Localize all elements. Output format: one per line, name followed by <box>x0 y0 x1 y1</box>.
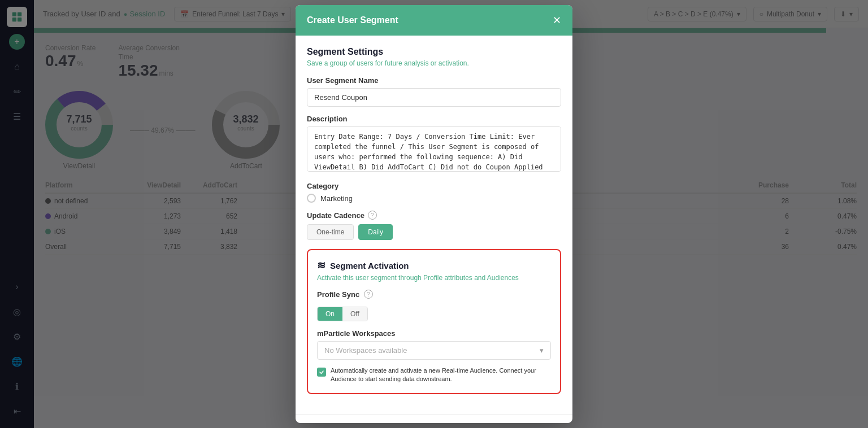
modal-body: Segment Settings Save a group of users f… <box>296 36 572 414</box>
activation-icon: ≋ <box>317 259 326 272</box>
workspace-select[interactable]: No Workspaces available ▾ <box>317 341 551 360</box>
cadence-buttons: One-time Daily <box>307 224 561 240</box>
description-field: Description Entry Date Range: 7 Days / C… <box>307 115 561 182</box>
workspace-chevron-icon: ▾ <box>540 346 544 355</box>
profile-sync-help-icon[interactable]: ? <box>364 290 373 299</box>
user-segment-name-label: User Segment Name <box>307 76 561 85</box>
auto-create-text: Automatically create and activate a new … <box>331 366 551 384</box>
toggle-on-button[interactable]: On <box>318 307 342 321</box>
modal-overlay: Create User Segment ✕ Segment Settings S… <box>0 0 868 428</box>
category-field: Category Marketing <box>307 182 561 203</box>
auto-create-row: Automatically create and activate a new … <box>317 366 551 384</box>
update-cadence-field: Update Cadence ? One-time Daily <box>307 211 561 240</box>
marketing-radio[interactable] <box>307 194 316 203</box>
segment-settings-subtitle: Save a group of users for future analysi… <box>307 59 561 67</box>
modal-close-button[interactable]: ✕ <box>553 14 561 27</box>
description-label: Description <box>307 115 561 123</box>
category-row: Marketing <box>307 194 561 203</box>
modal-footer: Cancel Sync & Go to Connect Audience <box>296 414 572 423</box>
workspace-label: mParticle Workspaces <box>317 329 551 338</box>
marketing-option-label: Marketing <box>320 194 353 203</box>
user-segment-name-field: User Segment Name <box>307 76 561 115</box>
description-textarea[interactable]: Entry Date Range: 7 Days / Conversion Ti… <box>307 126 561 172</box>
profile-sync-row: Profile Sync ? <box>317 290 551 299</box>
profile-sync-label: Profile Sync <box>317 290 359 299</box>
category-label: Category <box>307 182 561 190</box>
modal-title: Create User Segment <box>307 15 398 25</box>
modal-header: Create User Segment ✕ <box>296 5 572 36</box>
user-segment-name-input[interactable] <box>307 88 561 107</box>
activation-title: ≋ Segment Activation <box>317 259 551 272</box>
auto-create-checkbox[interactable] <box>317 368 326 377</box>
update-cadence-help-icon[interactable]: ? <box>368 211 377 220</box>
toggle-off-button[interactable]: Off <box>342 307 367 321</box>
segment-settings-title: Segment Settings <box>307 47 561 57</box>
segment-settings-section: Segment Settings Save a group of users f… <box>307 47 561 67</box>
create-user-segment-modal: Create User Segment ✕ Segment Settings S… <box>296 5 572 423</box>
one-time-cadence-button[interactable]: One-time <box>307 224 354 240</box>
workspace-placeholder: No Workspaces available <box>324 346 407 355</box>
activation-subtitle: Activate this user segment through Profi… <box>317 274 551 282</box>
update-cadence-label: Update Cadence <box>307 211 364 220</box>
daily-cadence-button[interactable]: Daily <box>358 224 393 240</box>
profile-sync-toggle: On Off <box>317 307 368 321</box>
segment-activation-section: ≋ Segment Activation Activate this user … <box>307 249 561 394</box>
